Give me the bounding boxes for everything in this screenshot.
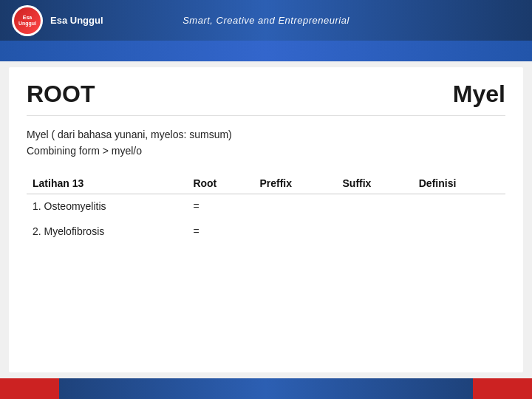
slide-title-root: ROOT [27,81,95,108]
slide-title-myel: Myel [453,81,505,108]
university-name: Esa Unggul [50,15,103,26]
header-tagline: Smart, Creative and Entrepreneurial [183,15,349,26]
table-row: 2. Myelofibrosis = [27,218,505,243]
col-header-definisi: Definisi [413,173,505,194]
table-row: 1. Osteomyelitis = [27,194,505,218]
main-content: ROOT Myel Myel ( dari bahasa yunani, mye… [0,61,532,378]
col-header-preffix: Preffix [253,173,336,194]
row2-root: = [187,218,253,243]
col-header-latihan: Latihan 13 [27,173,187,194]
logo-inner: Esa Unggul [14,7,41,34]
title-row: ROOT Myel [27,81,505,108]
header: Esa Unggul Esa Unggul Smart, Creative an… [0,0,532,41]
row2-preffix [253,218,336,243]
footer-accent-right [473,378,532,399]
row1-label: 1. Osteomyelitis [27,194,187,218]
row1-definisi [413,194,505,218]
row1-suffix [337,194,413,218]
description: Myel ( dari bahasa yunani, myelos: sumsu… [27,126,505,160]
row2-label: 2. Myelofibrosis [27,218,187,243]
table-header-row: Latihan 13 Root Preffix Suffix Definisi [27,173,505,194]
col-header-root: Root [187,173,253,194]
col-header-suffix: Suffix [337,173,413,194]
footer-accent-left [0,378,59,399]
exercise-table: Latihan 13 Root Preffix Suffix Definisi … [27,173,505,243]
slide-area: ROOT Myel Myel ( dari bahasa yunani, mye… [9,67,523,372]
description-line1: Myel ( dari bahasa yunani, myelos: sumsu… [27,126,505,143]
divider [27,115,505,116]
row1-preffix [253,194,336,218]
row2-definisi [413,218,505,243]
row2-suffix [337,218,413,243]
logo-circle: Esa Unggul [12,5,43,36]
nav-bar [0,41,532,61]
description-line2: Combining form > myel/o [27,143,505,159]
footer-bar [0,378,532,399]
logo-text: Esa Unggul [14,15,41,26]
logo-area: Esa Unggul Esa Unggul [12,5,103,36]
row1-root: = [187,194,253,218]
